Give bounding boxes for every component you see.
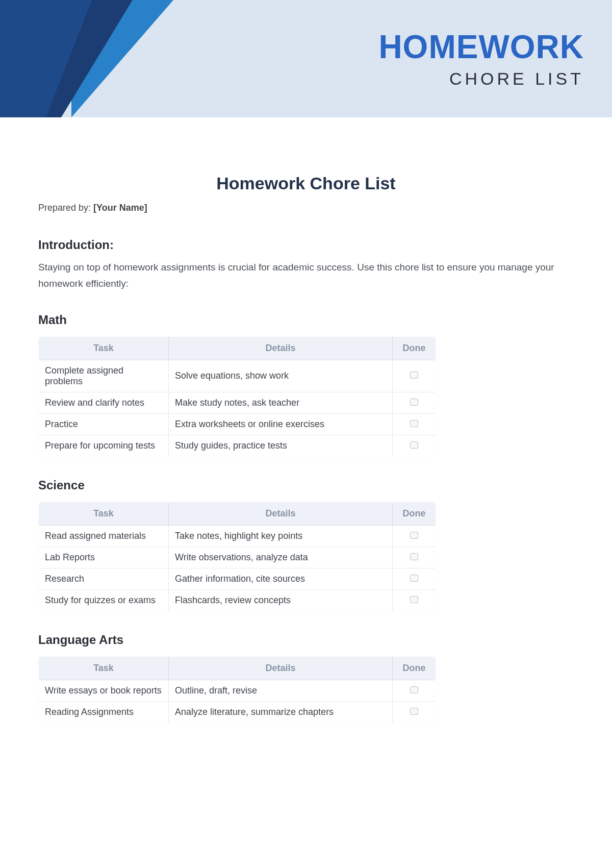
prepared-label: Prepared by: — [38, 203, 93, 213]
task-cell: Write essays or book reports — [39, 680, 169, 701]
details-cell: Extra worksheets or online exercises — [169, 413, 393, 435]
subject-table: TaskDetailsDoneRead assigned materialsTa… — [38, 502, 436, 611]
banner-subtitle: CHORE LIST — [378, 69, 584, 89]
subject-table-wrap: TaskDetailsDoneWrite essays or book repo… — [38, 656, 574, 723]
page-body: Homework Chore List Prepared by: [Your N… — [0, 117, 612, 723]
task-cell: Research — [39, 568, 169, 589]
task-cell: Reading Assignments — [39, 701, 169, 723]
table-row: Prepare for upcoming testsStudy guides, … — [39, 435, 436, 456]
done-cell — [393, 525, 436, 547]
subject-table: TaskDetailsDoneWrite essays or book repo… — [38, 656, 436, 723]
details-cell: Make study notes, ask teacher — [169, 392, 393, 413]
done-cell — [393, 589, 436, 611]
details-cell: Analyze literature, summarize chapters — [169, 701, 393, 723]
task-cell: Study for quizzes or exams — [39, 589, 169, 611]
table-row: Read assigned materialsTake notes, highl… — [39, 525, 436, 547]
done-cell — [393, 392, 436, 413]
col-head-task: Task — [39, 502, 169, 525]
done-cell — [393, 360, 436, 392]
details-cell: Write observations, analyze data — [169, 547, 393, 568]
subject-table-wrap: TaskDetailsDoneRead assigned materialsTa… — [38, 502, 574, 611]
details-cell: Study guides, practice tests — [169, 435, 393, 456]
col-head-done: Done — [393, 656, 436, 680]
col-head-details: Details — [169, 336, 393, 360]
details-cell: Flashcards, review concepts — [169, 589, 393, 611]
table-row: Study for quizzes or examsFlashcards, re… — [39, 589, 436, 611]
table-row: Write essays or book reportsOutline, dra… — [39, 680, 436, 701]
subject-table-wrap: TaskDetailsDoneComplete assigned problem… — [38, 336, 574, 457]
subject-heading: Language Arts — [38, 633, 574, 647]
done-checkbox[interactable] — [410, 708, 418, 715]
table-row: Complete assigned problemsSolve equation… — [39, 360, 436, 392]
col-head-done: Done — [393, 336, 436, 360]
done-cell — [393, 547, 436, 568]
col-head-task: Task — [39, 656, 169, 680]
header-banner: HOMEWORK CHORE LIST — [0, 0, 612, 117]
table-row: Reading AssignmentsAnalyze literature, s… — [39, 701, 436, 723]
prepared-value: [Your Name] — [93, 203, 147, 213]
details-cell: Outline, draft, revise — [169, 680, 393, 701]
task-cell: Lab Reports — [39, 547, 169, 568]
task-cell: Review and clarify notes — [39, 392, 169, 413]
task-cell: Practice — [39, 413, 169, 435]
table-row: Lab ReportsWrite observations, analyze d… — [39, 547, 436, 568]
done-checkbox[interactable] — [410, 399, 418, 406]
banner-shape — [0, 0, 92, 117]
task-cell: Prepare for upcoming tests — [39, 435, 169, 456]
col-head-task: Task — [39, 336, 169, 360]
done-cell — [393, 680, 436, 701]
done-checkbox[interactable] — [410, 420, 418, 427]
details-cell: Solve equations, show work — [169, 360, 393, 392]
done-checkbox[interactable] — [410, 371, 418, 379]
banner-title: HOMEWORK — [378, 28, 584, 66]
table-row: Review and clarify notesMake study notes… — [39, 392, 436, 413]
subject-heading: Math — [38, 313, 574, 327]
prepared-by: Prepared by: [Your Name] — [38, 203, 574, 213]
task-cell: Read assigned materials — [39, 525, 169, 547]
intro-heading: Introduction: — [38, 238, 574, 252]
banner-text: HOMEWORK CHORE LIST — [378, 28, 584, 89]
done-checkbox[interactable] — [410, 596, 418, 603]
done-checkbox[interactable] — [410, 686, 418, 693]
page-title: Homework Chore List — [38, 173, 574, 193]
table-row: ResearchGather information, cite sources — [39, 568, 436, 589]
details-cell: Gather information, cite sources — [169, 568, 393, 589]
done-checkbox[interactable] — [410, 532, 418, 539]
done-cell — [393, 413, 436, 435]
done-cell — [393, 435, 436, 456]
col-head-done: Done — [393, 502, 436, 525]
subject-heading: Science — [38, 478, 574, 492]
done-checkbox[interactable] — [410, 441, 418, 449]
col-head-details: Details — [169, 656, 393, 680]
details-cell: Take notes, highlight key points — [169, 525, 393, 547]
task-cell: Complete assigned problems — [39, 360, 169, 392]
subject-table: TaskDetailsDoneComplete assigned problem… — [38, 336, 436, 457]
done-cell — [393, 568, 436, 589]
table-row: PracticeExtra worksheets or online exerc… — [39, 413, 436, 435]
intro-text: Staying on top of homework assignments i… — [38, 259, 574, 292]
col-head-details: Details — [169, 502, 393, 525]
done-checkbox[interactable] — [410, 553, 418, 560]
done-checkbox[interactable] — [410, 575, 418, 582]
done-cell — [393, 701, 436, 723]
